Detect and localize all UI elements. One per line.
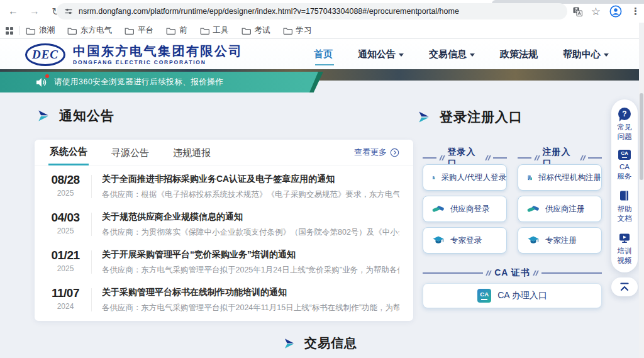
supplier-login-button[interactable]: 供应商登录 — [423, 196, 507, 222]
site-settings-icon[interactable] — [64, 7, 73, 16]
ca-apply-button[interactable]: CA CA 办理入口 — [423, 283, 602, 308]
chevron-down-icon — [604, 53, 609, 57]
browser-menu-icon[interactable]: ⋮ — [631, 6, 640, 17]
translate-icon[interactable] — [573, 7, 582, 16]
site-header: DEC 中国东方电气集团有限公司 DONGFANG ELECTRIC CORPO… — [0, 39, 644, 69]
view-more-link[interactable]: 查看更多 — [354, 147, 399, 158]
nav-item-notices[interactable]: 通知公告 — [358, 46, 404, 63]
notices-card: 系统公告 寻源公告 违规通报 查看更多 08/28 2025 关于全面推进非招标… — [35, 140, 413, 321]
expert-login-button[interactable]: 专家登录 — [423, 227, 507, 254]
nav-item-policies[interactable]: 政策法规 — [500, 46, 538, 63]
divider — [91, 250, 92, 274]
training-videos-shortcut[interactable]: 培训视频 — [616, 232, 633, 266]
notice-desc: 各供应商：根据《电子招标投标系统技术规范》《电子采购交易规范》要求，东方电气采购… — [102, 189, 399, 200]
back-to-top-icon — [619, 282, 630, 292]
notice-row[interactable]: 11/07 2024 关于采购管理平台标书在线制作功能培训的通知 各供应商：东方… — [46, 281, 399, 318]
supplier-register-button[interactable]: 供应商注册 — [518, 196, 602, 222]
bookmark-folder[interactable]: 平台 — [125, 25, 153, 36]
ca-badge-icon: CA — [618, 150, 631, 160]
tab-system-notices[interactable]: 系统公告 — [48, 139, 89, 165]
ca-badge-icon: CA — [477, 289, 491, 303]
company-logo[interactable]: DEC 中国东方电气集团有限公司 DONGFANG ELECTRIC CORPO… — [25, 43, 243, 66]
screen: ← → ↻ nsrm.dongfang.com/platform/runtime… — [0, 0, 644, 358]
notices-section-title: 通知公告 — [36, 107, 114, 125]
expert-register-button[interactable]: 专家注册 — [518, 227, 602, 254]
bookmark-folder[interactable]: 工具 — [200, 25, 229, 36]
bookmark-folder[interactable]: 前 — [166, 25, 187, 36]
graduation-cap-icon — [527, 234, 540, 247]
notice-desc: 各供应商：东方电气采购管理平台拟于2024年11月15日上线“标书在线制作”功能… — [102, 303, 399, 313]
buyer-agent-login-button[interactable]: 采购人/代理人登录 — [423, 164, 507, 191]
nav-item-home[interactable]: 首页 — [314, 46, 333, 63]
browser-back-icon[interactable]: ← — [5, 3, 21, 20]
notice-row[interactable]: 08/28 2025 关于全面推进非招标采购业务CA认证及电子签章应用的通知 各… — [46, 167, 399, 205]
profile-avatar-icon[interactable] — [609, 5, 622, 18]
bookmark-folder[interactable]: 东方电气 — [67, 25, 112, 36]
back-to-top-button[interactable] — [611, 277, 638, 296]
login-section-title: 登录注册入口 — [417, 108, 523, 126]
notice-title[interactable]: 关于采购管理平台标书在线制作功能培训的通知 — [102, 286, 399, 298]
circle-arrow-icon — [390, 148, 399, 157]
bookmark-star-icon[interactable]: ☆ — [591, 5, 601, 18]
notice-date: 11/07 2024 — [46, 286, 85, 311]
address-bar[interactable]: nsrm.dongfang.com/platform/runtime/epp/d… — [57, 3, 567, 20]
video-icon — [618, 232, 631, 244]
ca-service-shortcut[interactable]: CA CA 服务 — [616, 150, 633, 181]
handshake-icon — [432, 203, 445, 215]
floating-sidebar: ? 常见问题 CA CA 服务 帮助文档 培训视频 — [611, 99, 638, 296]
notice-date: 08/28 2025 — [46, 173, 85, 198]
section-arrow-icon — [36, 109, 50, 123]
bidding-agency-register-button[interactable]: 招标代理机构注册 — [518, 164, 602, 191]
company-name-en: DONGFANG ELECTRIC CORPORATION — [73, 59, 243, 65]
nav-item-help-center[interactable]: 帮助中心 — [563, 46, 609, 63]
building-icon — [432, 172, 436, 184]
folder-icon — [125, 27, 134, 35]
active-nav-underline — [315, 64, 334, 65]
scrollbar-track[interactable] — [639, 23, 644, 358]
bookmark-folder[interactable]: 学习 — [283, 25, 312, 36]
bookmark-folder[interactable]: 浪潮 — [26, 25, 55, 36]
folder-icon — [242, 27, 251, 35]
folder-icon — [200, 27, 209, 35]
section-arrow-icon — [417, 110, 431, 124]
notices-tabs: 系统公告 寻源公告 违规通报 查看更多 — [35, 140, 413, 165]
notice-date: 01/21 2025 — [46, 249, 85, 273]
folder-icon — [283, 27, 292, 35]
bookmarks-bar: 浪潮 东方电气 平台 前 工具 考试 学习 — [0, 23, 644, 39]
bookmark-folder[interactable]: 考试 — [242, 25, 270, 36]
book-icon — [618, 189, 631, 202]
dec-logo-icon: DEC — [25, 43, 65, 66]
question-bubble-icon: ? — [618, 108, 631, 120]
faq-shortcut[interactable]: ? 常见问题 — [616, 108, 633, 142]
notice-desc: 各供应商：为贯彻落实《保障中小企业款项支付条例》（国务院令第802号）及《中小企… — [102, 227, 399, 238]
ca-cert-header: CA 证书 — [423, 267, 602, 279]
notice-title[interactable]: 关于规范供应商企业规模信息的通知 — [102, 211, 399, 223]
divider — [91, 288, 92, 311]
divider — [91, 213, 92, 236]
folder-icon — [26, 27, 35, 35]
scrollbar-thumb[interactable] — [640, 93, 643, 180]
apps-grid-icon[interactable] — [5, 26, 14, 35]
help-docs-shortcut[interactable]: 帮助文档 — [616, 189, 633, 223]
tab-violation-reports[interactable]: 违规通报 — [172, 140, 212, 165]
notice-desc: 各供应商：东方电气采购管理平台拟于2025年1月24日上线“竞价采购”业务，为帮… — [102, 265, 399, 276]
speaker-icon — [35, 76, 48, 89]
graduation-cap-icon — [432, 234, 445, 247]
notice-row[interactable]: 01/21 2025 关于开展采购管理平台“竞价采购业务”培训的通知 各供应商：… — [46, 243, 399, 281]
notice-title[interactable]: 关于开展采购管理平台“竞价采购业务”培训的通知 — [102, 249, 399, 260]
notice-row[interactable]: 04/03 2025 关于规范供应商企业规模信息的通知 各供应商：为贯彻落实《保… — [46, 205, 399, 243]
chevron-down-icon — [470, 53, 475, 57]
notice-title[interactable]: 关于全面推进非招标采购业务CA认证及电子签章应用的通知 — [102, 173, 399, 185]
browser-forward-icon[interactable]: → — [26, 3, 43, 20]
url-text[interactable]: nsrm.dongfang.com/platform/runtime/epp/d… — [79, 7, 459, 16]
handshake-icon — [527, 203, 540, 215]
browser-toolbar: ← → ↻ nsrm.dongfang.com/platform/runtime… — [0, 0, 644, 23]
folder-icon — [166, 27, 175, 35]
notices-list: 08/28 2025 关于全面推进非招标采购业务CA认证及电子签章应用的通知 各… — [35, 165, 413, 318]
section-arrow-icon — [283, 337, 296, 350]
building-icon — [527, 172, 533, 184]
company-name-cn: 中国东方电气集团有限公司 — [73, 44, 243, 58]
bookmarks-divider — [19, 26, 19, 35]
tab-sourcing-notices[interactable]: 寻源公告 — [110, 140, 150, 165]
nav-item-trade-info[interactable]: 交易信息 — [429, 46, 475, 63]
